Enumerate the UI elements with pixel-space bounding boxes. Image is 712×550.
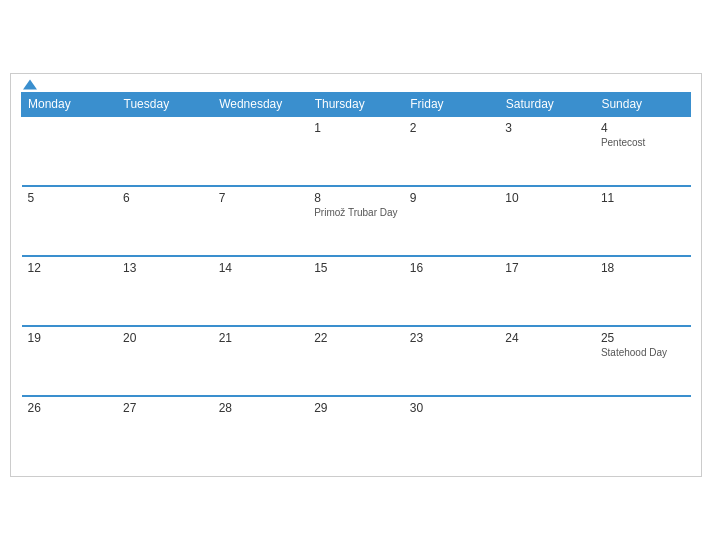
day-number: 5 xyxy=(28,191,112,205)
day-number: 24 xyxy=(505,331,589,345)
day-number: 25 xyxy=(601,331,685,345)
calendar-cell xyxy=(117,116,213,186)
calendar-cell: 7 xyxy=(213,186,309,256)
calendar-cell: 22 xyxy=(308,326,404,396)
calendar-cell xyxy=(213,116,309,186)
day-number: 10 xyxy=(505,191,589,205)
logo-blue-text xyxy=(21,78,37,91)
day-number: 28 xyxy=(219,401,303,415)
weekday-header-friday: Friday xyxy=(404,93,500,117)
day-number: 17 xyxy=(505,261,589,275)
calendar-container: MondayTuesdayWednesdayThursdayFridaySatu… xyxy=(10,73,702,477)
day-number: 23 xyxy=(410,331,494,345)
calendar-week-row-3: 12131415161718 xyxy=(22,256,691,326)
holiday-name: Statehood Day xyxy=(601,347,685,358)
weekday-header-tuesday: Tuesday xyxy=(117,93,213,117)
calendar-cell: 23 xyxy=(404,326,500,396)
weekday-header-row: MondayTuesdayWednesdayThursdayFridaySatu… xyxy=(22,93,691,117)
day-number: 12 xyxy=(28,261,112,275)
day-number: 6 xyxy=(123,191,207,205)
calendar-cell: 5 xyxy=(22,186,118,256)
calendar-week-row-4: 19202122232425Statehood Day xyxy=(22,326,691,396)
logo xyxy=(21,78,37,91)
calendar-cell xyxy=(595,396,691,466)
calendar-cell: 12 xyxy=(22,256,118,326)
day-number: 19 xyxy=(28,331,112,345)
calendar-cell: 8Primož Trubar Day xyxy=(308,186,404,256)
day-number: 22 xyxy=(314,331,398,345)
calendar-cell: 4Pentecost xyxy=(595,116,691,186)
day-number: 29 xyxy=(314,401,398,415)
calendar-cell: 10 xyxy=(499,186,595,256)
calendar-table: MondayTuesdayWednesdayThursdayFridaySatu… xyxy=(21,92,691,466)
day-number: 8 xyxy=(314,191,398,205)
weekday-header-sunday: Sunday xyxy=(595,93,691,117)
calendar-cell: 30 xyxy=(404,396,500,466)
day-number: 16 xyxy=(410,261,494,275)
weekday-header-wednesday: Wednesday xyxy=(213,93,309,117)
logo-triangle-icon xyxy=(23,79,37,89)
calendar-cell: 27 xyxy=(117,396,213,466)
calendar-cell: 9 xyxy=(404,186,500,256)
weekday-header-thursday: Thursday xyxy=(308,93,404,117)
calendar-cell: 13 xyxy=(117,256,213,326)
calendar-cell xyxy=(22,116,118,186)
calendar-cell: 1 xyxy=(308,116,404,186)
calendar-cell: 3 xyxy=(499,116,595,186)
calendar-cell: 20 xyxy=(117,326,213,396)
day-number: 13 xyxy=(123,261,207,275)
day-number: 4 xyxy=(601,121,685,135)
calendar-week-row-1: 1234Pentecost xyxy=(22,116,691,186)
calendar-cell: 15 xyxy=(308,256,404,326)
weekday-header-monday: Monday xyxy=(22,93,118,117)
calendar-cell: 6 xyxy=(117,186,213,256)
calendar-cell: 24 xyxy=(499,326,595,396)
holiday-name: Pentecost xyxy=(601,137,685,148)
day-number: 14 xyxy=(219,261,303,275)
calendar-cell: 16 xyxy=(404,256,500,326)
day-number: 15 xyxy=(314,261,398,275)
calendar-cell: 21 xyxy=(213,326,309,396)
calendar-cell: 29 xyxy=(308,396,404,466)
calendar-week-row-2: 5678Primož Trubar Day91011 xyxy=(22,186,691,256)
day-number: 7 xyxy=(219,191,303,205)
day-number: 26 xyxy=(28,401,112,415)
day-number: 3 xyxy=(505,121,589,135)
day-number: 1 xyxy=(314,121,398,135)
weekday-header-saturday: Saturday xyxy=(499,93,595,117)
calendar-week-row-5: 2627282930 xyxy=(22,396,691,466)
calendar-cell: 2 xyxy=(404,116,500,186)
calendar-cell: 28 xyxy=(213,396,309,466)
calendar-cell: 19 xyxy=(22,326,118,396)
calendar-cell: 17 xyxy=(499,256,595,326)
calendar-cell: 26 xyxy=(22,396,118,466)
calendar-cell xyxy=(499,396,595,466)
day-number: 2 xyxy=(410,121,494,135)
calendar-cell: 11 xyxy=(595,186,691,256)
day-number: 30 xyxy=(410,401,494,415)
calendar-cell: 14 xyxy=(213,256,309,326)
calendar-cell: 18 xyxy=(595,256,691,326)
day-number: 18 xyxy=(601,261,685,275)
day-number: 27 xyxy=(123,401,207,415)
day-number: 20 xyxy=(123,331,207,345)
holiday-name: Primož Trubar Day xyxy=(314,207,398,218)
calendar-cell: 25Statehood Day xyxy=(595,326,691,396)
day-number: 9 xyxy=(410,191,494,205)
day-number: 21 xyxy=(219,331,303,345)
day-number: 11 xyxy=(601,191,685,205)
